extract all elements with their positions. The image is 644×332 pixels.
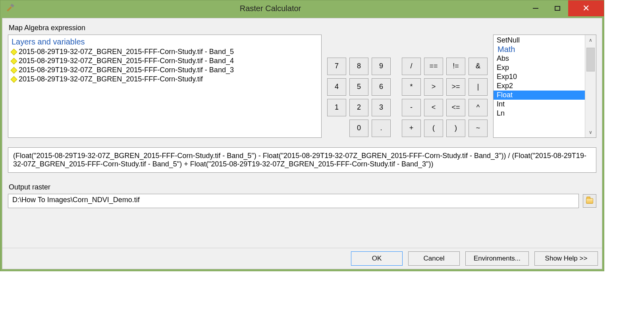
key-)[interactable]: ) (446, 120, 465, 137)
key-!=[interactable]: != (446, 58, 465, 75)
key-+[interactable]: + (402, 120, 421, 137)
titlebar: Raster Calculator ✕ (0, 0, 604, 16)
minimize-button[interactable] (524, 0, 546, 16)
func-item-exp2[interactable]: Exp2 (494, 81, 585, 91)
key-6[interactable]: 6 (372, 78, 391, 96)
layer-item-label: 2015-08-29T19-32-07Z_BGREN_2015-FFF-Corn… (19, 48, 234, 56)
close-button[interactable]: ✕ (568, 0, 604, 16)
window-title: Raster Calculator (16, 4, 524, 13)
diamond-icon (11, 48, 17, 55)
environments-button[interactable]: Environments... (465, 251, 529, 266)
key-9[interactable]: 9 (372, 58, 391, 75)
ok-button[interactable]: OK (351, 251, 403, 266)
key-7[interactable]: 7 (327, 58, 346, 75)
key--[interactable]: - (402, 99, 421, 116)
key-<=[interactable]: <= (446, 99, 465, 116)
func-item-exp10[interactable]: Exp10 (494, 72, 585, 81)
cancel-button[interactable]: Cancel (408, 251, 460, 266)
func-item-abs[interactable]: Abs (494, 54, 585, 63)
keypad: 789/==!=&456*>>=|123-<<=^0.+()~ (327, 35, 488, 138)
folder-icon (586, 198, 593, 204)
key->[interactable]: > (424, 78, 443, 96)
window: Raster Calculator ✕ Map Algebra expressi… (0, 0, 604, 271)
func-item-int[interactable]: Int (494, 100, 585, 109)
key-==[interactable]: == (424, 58, 443, 75)
layer-item[interactable]: 2015-08-29T19-32-07Z_BGREN_2015-FFF-Corn… (12, 66, 318, 75)
layer-item-label: 2015-08-29T19-32-07Z_BGREN_2015-FFF-Corn… (19, 75, 203, 83)
key-~[interactable]: ~ (469, 120, 488, 137)
show-help-button[interactable]: Show Help >> (534, 251, 598, 266)
window-buttons: ✕ (524, 0, 604, 16)
key-*[interactable]: * (402, 78, 421, 96)
layer-item-label: 2015-08-29T19-32-07Z_BGREN_2015-FFF-Corn… (19, 57, 234, 65)
diamond-icon (11, 67, 17, 73)
key-&[interactable]: & (469, 58, 488, 75)
expression-text: (Float("2015-08-29T19-32-07Z_BGREN_2015-… (13, 152, 591, 168)
key->=[interactable]: >= (446, 78, 465, 96)
key-1[interactable]: 1 (327, 99, 346, 116)
scroll-track[interactable] (585, 45, 596, 127)
key-|[interactable]: | (469, 78, 488, 96)
layer-item[interactable]: 2015-08-29T19-32-07Z_BGREN_2015-FFF-Corn… (12, 47, 318, 56)
output-raster-label: Output raster (9, 183, 596, 191)
key-5[interactable]: 5 (349, 78, 368, 96)
scrollbar[interactable]: ∧ ∨ (585, 35, 596, 137)
layer-item[interactable]: 2015-08-29T19-32-07Z_BGREN_2015-FFF-Corn… (12, 56, 318, 66)
layers-header: Layers and variables (12, 37, 318, 46)
content-area: Map Algebra expression Layers and variab… (2, 18, 602, 269)
expression-input[interactable]: (Float("2015-08-29T19-32-07Z_BGREN_2015-… (8, 147, 596, 173)
output-raster-input[interactable]: D:\How To Images\Corn_NDVI_Demo.tif (8, 194, 579, 208)
output-section: Output raster D:\How To Images\Corn_NDVI… (8, 183, 596, 208)
browse-button[interactable] (583, 194, 596, 208)
layer-item-label: 2015-08-29T19-32-07Z_BGREN_2015-FFF-Corn… (19, 66, 234, 74)
layers-list[interactable]: Layers and variables 2015-08-29T19-32-07… (8, 35, 322, 138)
top-row: Layers and variables 2015-08-29T19-32-07… (8, 35, 596, 138)
scroll-down-icon[interactable]: ∨ (585, 127, 596, 137)
key-<[interactable]: < (424, 99, 443, 116)
key-^[interactable]: ^ (469, 99, 488, 116)
hammer-icon (4, 2, 16, 14)
bottom-bar: OK Cancel Environments... Show Help >> (2, 248, 602, 269)
func-item[interactable]: SetNull (494, 36, 585, 45)
func-item-exp[interactable]: Exp (494, 63, 585, 72)
key-/[interactable]: / (402, 58, 421, 75)
map-algebra-label: Map Algebra expression (9, 24, 596, 32)
scroll-up-icon[interactable]: ∧ (585, 35, 596, 45)
maximize-button[interactable] (546, 0, 568, 16)
functions-panel: SetNull Math AbsExpExp10Exp2FloatIntLn ∧… (493, 35, 596, 138)
key-2[interactable]: 2 (349, 99, 368, 116)
key-3[interactable]: 3 (372, 99, 391, 116)
key-.[interactable]: . (372, 120, 391, 137)
diamond-icon (11, 58, 17, 64)
key-4[interactable]: 4 (327, 78, 346, 96)
key-0[interactable]: 0 (349, 120, 368, 137)
functions-list[interactable]: SetNull Math AbsExpExp10Exp2FloatIntLn (494, 35, 585, 137)
key-([interactable]: ( (424, 120, 443, 137)
output-raster-value: D:\How To Images\Corn_NDVI_Demo.tif (12, 196, 140, 204)
key-8[interactable]: 8 (349, 58, 368, 75)
diamond-icon (11, 76, 17, 83)
func-item-float[interactable]: Float (494, 91, 585, 100)
scroll-thumb[interactable] (586, 48, 595, 71)
func-header: Math (494, 45, 585, 54)
layer-item[interactable]: 2015-08-29T19-32-07Z_BGREN_2015-FFF-Corn… (12, 75, 318, 84)
func-item-ln[interactable]: Ln (494, 109, 585, 118)
